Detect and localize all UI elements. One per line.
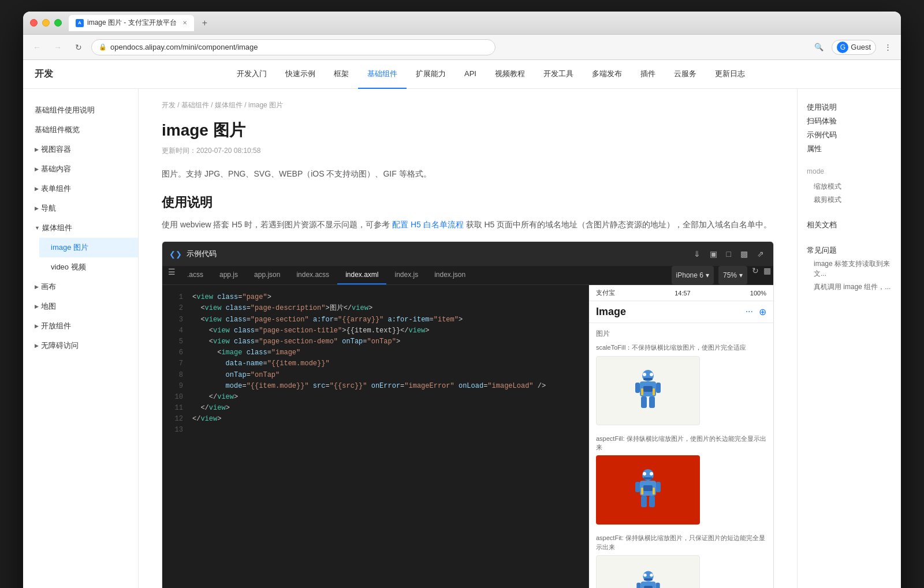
svg-point-7 (650, 373, 653, 376)
device-selector[interactable]: iPhone 6 ▾ (672, 266, 714, 284)
sidebar-section-biandanzujian[interactable]: 表单组件 (23, 179, 138, 199)
user-avatar: G (837, 42, 848, 53)
file-tab-appjs[interactable]: app.js (211, 266, 246, 284)
sidebar-section-kaifazujian[interactable]: 开放组件 (23, 316, 138, 336)
nav-item-api[interactable]: API (455, 60, 486, 89)
search-button[interactable]: 🔍 (811, 40, 827, 54)
right-sidebar-item-saoma[interactable]: 扫码体验 (807, 114, 892, 128)
nav-item-yunfuwu[interactable]: 云服务 (665, 60, 706, 89)
sidebar-section-shigetubiao[interactable]: 视图容器 (23, 140, 138, 159)
code-main: 1 <view class="page"> 2 <view class="pag… (162, 285, 773, 588)
section-title-shiyong: 使用说明 (162, 194, 774, 211)
sidebar-section-daohang[interactable]: 导航 (23, 199, 138, 218)
hamburger-button[interactable]: ☰ (165, 266, 179, 284)
sidebar-section-wuzhangai[interactable]: 无障碍访问 (23, 336, 138, 355)
nav-item-kuangjia[interactable]: 框架 (325, 60, 358, 89)
tab-favicon: A (76, 19, 84, 27)
right-sidebar-item-faq2[interactable]: 真机调用 image 组件，... (807, 280, 892, 294)
breadcrumb-link-kaifa[interactable]: 开发 (162, 101, 176, 109)
nav-item-shipinjiaocheng[interactable]: 视频教程 (486, 60, 534, 89)
phone-icons: ··· ⊕ (746, 306, 766, 317)
grid-layout-button[interactable]: ▦ (763, 266, 771, 284)
sidebar-item-jichuzujian-gailan[interactable]: 基础组件概览 (23, 120, 138, 140)
svg-point-19 (650, 472, 653, 475)
file-tab-acss[interactable]: .acss (179, 266, 211, 284)
svg-rect-5 (649, 396, 655, 408)
browser-tab[interactable]: A image 图片 - 支付宝开放平台 ✕ (69, 15, 194, 31)
sidebar-section-ditu[interactable]: 地图 (23, 297, 138, 316)
breadcrumb-link-meiti[interactable]: 媒体组件 (215, 101, 243, 109)
toy-figure-3 (632, 568, 664, 588)
nav-item-kuozhan[interactable]: 扩展能力 (407, 60, 455, 89)
zoom-selector[interactable]: 75% ▾ (718, 266, 747, 284)
zoom-chevron-icon: ▾ (739, 271, 743, 279)
sidebar-section-huabu[interactable]: 画布 (23, 277, 138, 297)
split-icon[interactable]: □ (724, 247, 733, 261)
nav-item-genxinrizhi[interactable]: 更新日志 (706, 60, 754, 89)
menu-button[interactable]: ⋮ (881, 40, 895, 54)
maximize-button[interactable] (54, 19, 62, 27)
code-line-5: 5 <view class="page-section-demo" onTap=… (162, 336, 588, 347)
sidebar-item-image[interactable]: image 图片 (39, 238, 138, 257)
svg-rect-11 (653, 388, 655, 395)
right-sidebar-item-suofang[interactable]: 缩放模式 (807, 180, 892, 193)
nav-item-kaifa[interactable]: 开发入门 (228, 60, 276, 89)
right-sidebar-item-shuxing[interactable]: 属性 (807, 142, 892, 156)
sidebar-section-jichuneirong[interactable]: 基础内容 (23, 159, 138, 179)
left-sidebar: 基础组件使用说明 基础组件概览 视图容器 基础内容 表单组件 导航 媒体组件 i… (23, 89, 139, 588)
top-nav: 开发 开发入门 快速示例 框架 基础组件 扩展能力 API 视频教程 开发工具 … (23, 60, 901, 89)
minimize-button[interactable] (42, 19, 50, 27)
file-tab-indexacss[interactable]: index.acss (288, 266, 337, 284)
back-button[interactable]: ← (29, 39, 45, 55)
file-tab-indexjs[interactable]: index.js (386, 266, 426, 284)
code-editor[interactable]: 1 <view class="page"> 2 <view class="pag… (162, 285, 588, 588)
zoom-label: 75% (723, 271, 737, 279)
svg-rect-14 (635, 482, 640, 492)
right-sidebar-item-shiyong[interactable]: 使用说明 (807, 100, 892, 114)
share-icon[interactable]: ⇗ (755, 247, 766, 261)
svg-point-30 (643, 574, 647, 577)
refresh-preview-button[interactable]: ↻ (752, 266, 759, 284)
code-preview: ❮❯ 示例代码 ⇓ ▣ □ ▩ ⇗ ☰ .acss app.js app.jso… (162, 241, 774, 588)
nav-item-duoduan[interactable]: 多端发布 (583, 60, 631, 89)
breadcrumb-link-jichuzujian[interactable]: 基础组件 (181, 101, 209, 109)
svg-rect-21 (643, 485, 653, 491)
right-sidebar-item-caijian[interactable]: 裁剪模式 (807, 193, 892, 207)
nav-item-chajian[interactable]: 插件 (631, 60, 665, 89)
sidebar-item-jichuzujian-shuoming[interactable]: 基础组件使用说明 (23, 100, 138, 120)
grid-icon[interactable]: ▩ (738, 247, 750, 261)
nav-item-jichuzujian[interactable]: 基础组件 (358, 60, 407, 89)
svg-rect-27 (655, 582, 660, 588)
lock-icon: 🔒 (99, 43, 107, 51)
right-sidebar-item-shili[interactable]: 示例代码 (807, 128, 892, 142)
svg-point-6 (643, 373, 646, 376)
address-input[interactable]: 🔒 opendocs.alipay.com/mini/component/ima… (91, 39, 495, 55)
nav-item-kuaisu[interactable]: 快速示例 (276, 60, 325, 89)
tab-close-button[interactable]: ✕ (182, 20, 187, 26)
preview-tools: ⇓ ▣ □ ▩ ⇗ (691, 247, 766, 261)
sidebar-section-meiti[interactable]: 媒体组件 (23, 218, 138, 238)
sidebar-sub-media: image 图片 video 视频 (23, 238, 138, 277)
copy-icon[interactable]: ▣ (707, 247, 720, 261)
new-tab-button[interactable]: + (199, 17, 211, 29)
file-tab-appjson[interactable]: app.json (246, 266, 288, 284)
phone-image-aspectfit (596, 555, 700, 588)
refresh-button[interactable]: ↻ (70, 39, 87, 55)
forward-button[interactable]: → (50, 39, 66, 55)
code-line-3: 3 <view class="page-section" a:for="{{ar… (162, 314, 588, 325)
right-sidebar-item-xiangguanwendang[interactable]: 相关文档 (807, 218, 892, 232)
right-sidebar-item-faq1[interactable]: image 标签支持读取到来文... (807, 257, 892, 280)
user-button[interactable]: G Guest (832, 40, 876, 55)
file-tab-indexaxml[interactable]: index.axml (337, 266, 386, 284)
site-logo[interactable]: 开发 (35, 68, 69, 80)
code-line-11: 11 </view> (162, 403, 588, 414)
file-tab-indexjson[interactable]: index.json (426, 266, 474, 284)
download-icon[interactable]: ⇓ (691, 247, 703, 261)
right-sidebar-item-changjianwenti[interactable]: 常见问题 (807, 244, 892, 257)
device-label: iPhone 6 (676, 271, 703, 279)
link-h5-whitelist[interactable]: 配置 H5 白名单流程 (392, 220, 464, 229)
page-updated: 更新时间：2020-07-20 08:10:58 (162, 146, 774, 156)
close-button[interactable] (30, 19, 38, 27)
nav-item-kaifagongju[interactable]: 开发工具 (534, 60, 583, 89)
sidebar-item-video[interactable]: video 视频 (39, 257, 138, 277)
